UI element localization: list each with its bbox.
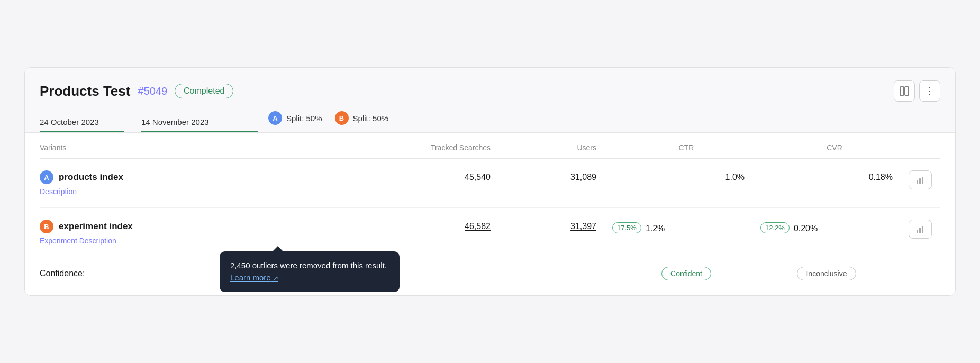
variant-b-badge: B <box>40 220 53 233</box>
external-link-icon: ↗ <box>273 275 278 282</box>
variant-a-cvr: 0.18% <box>760 170 909 182</box>
svg-rect-3 <box>919 178 921 184</box>
variant-b-ctr-val: 1.2% <box>646 222 665 233</box>
confidence-row: Confidence: Confident Inconclusive <box>40 257 940 283</box>
variant-b-chart-button[interactable] <box>909 220 932 239</box>
table-row: A products index Description 45,540 31,0… <box>40 159 940 208</box>
panel-icon <box>899 86 910 96</box>
variant-b-ctr-cell: 17.5% 1.2% <box>612 220 760 233</box>
variant-b-searches-val: 46,582 <box>465 222 491 231</box>
variant-b-name: experiment index <box>59 221 133 232</box>
confidence-ctr-cell: Confident <box>612 267 760 280</box>
date-start-underline <box>40 131 124 132</box>
variant-b-cvr-cell: 12.2% 0.20% <box>760 220 909 233</box>
split-a-label: Split: 50% <box>286 114 322 123</box>
variant-a-searches-val: 45,540 <box>465 173 491 182</box>
variant-b-cvr-val: 0.20% <box>794 222 818 233</box>
more-options-button[interactable]: ⋮ <box>919 80 940 102</box>
variant-a-name-row: A products index <box>40 170 390 184</box>
variant-a-badge: A <box>40 170 53 184</box>
variant-b-users: 31,397 <box>506 220 612 231</box>
col-users: Users <box>506 143 612 152</box>
more-icon: ⋮ <box>925 85 934 97</box>
svg-rect-4 <box>922 177 923 184</box>
confidence-cvr-cell: Inconclusive <box>760 267 909 280</box>
col-cvr[interactable]: CVR <box>760 143 909 152</box>
split-b: B Split: 50% <box>335 111 389 125</box>
variant-b-name-row: B experiment index <box>40 220 390 233</box>
col-ctr[interactable]: CTR <box>612 143 760 152</box>
split-b-label: Split: 50% <box>353 114 389 123</box>
variant-a-chart-col <box>909 170 940 189</box>
variant-a-name-col: A products index Description <box>40 170 390 196</box>
svg-rect-0 <box>900 87 904 95</box>
page-title: Products Test <box>40 83 130 99</box>
date-end: 14 November 2023 <box>141 117 209 131</box>
header-left: Products Test #5049 Completed <box>40 83 233 99</box>
variant-b-ctr-change: 17.5% <box>612 222 641 233</box>
variant-a-circle: A <box>268 111 282 125</box>
date-start: 24 October 2023 <box>40 117 99 131</box>
variant-b-cvr-change: 12.2% <box>760 222 790 233</box>
svg-rect-2 <box>917 180 918 184</box>
main-card: Products Test #5049 Completed ⋮ 2 <box>24 67 956 296</box>
variant-b-name-col: B experiment index Experiment Descriptio… <box>40 220 390 245</box>
svg-rect-1 <box>905 87 909 95</box>
variant-a-name: products index <box>59 172 123 183</box>
header-dates: 24 October 2023 14 November 2023 <box>40 117 258 132</box>
tooltip-text: 2,450 outliers were removed from this re… <box>230 261 387 270</box>
test-id: #5049 <box>138 85 167 97</box>
variant-a-users: 31,089 <box>506 170 612 182</box>
variant-b-desc: Experiment Description <box>40 237 390 245</box>
dates-row: 24 October 2023 14 November 2023 A Split… <box>40 111 940 132</box>
chart-bars-icon-b <box>915 224 925 234</box>
confidence-cvr-badge: Inconclusive <box>797 267 856 280</box>
status-badge: Completed <box>175 84 233 98</box>
tooltip-box: 2,450 outliers were removed from this re… <box>220 251 400 292</box>
variant-b-users-val: 31,397 <box>570 222 596 231</box>
svg-rect-5 <box>917 230 918 233</box>
col-tracked-searches[interactable]: Tracked Searches <box>390 143 506 152</box>
confidence-ctr-badge: Confident <box>661 267 711 280</box>
svg-rect-7 <box>922 226 923 233</box>
split-a: A Split: 50% <box>268 111 322 125</box>
header-top: Products Test #5049 Completed ⋮ <box>40 80 940 102</box>
variant-b-circle: B <box>335 111 349 125</box>
panel-toggle-button[interactable] <box>894 80 915 102</box>
date-start-item: 24 October 2023 <box>40 117 124 132</box>
table-section: Variants Tracked Searches Users CTR CVR … <box>25 133 955 295</box>
variant-b-searches: 46,582 <box>390 220 506 231</box>
variant-a-chart-button[interactable] <box>909 170 932 189</box>
variant-b-chart-col <box>909 220 940 239</box>
date-end-item: 14 November 2023 <box>141 117 258 132</box>
tooltip-container: 2,450 outliers were removed from this re… <box>220 251 400 292</box>
col-variants: Variants <box>40 143 390 152</box>
variant-a-searches: 45,540 <box>390 170 506 182</box>
header-actions: ⋮ <box>894 80 940 102</box>
col-chart <box>909 143 940 152</box>
tooltip-link-text: Learn more <box>230 273 271 282</box>
tooltip-learn-more-link[interactable]: Learn more ↗ <box>230 273 278 282</box>
svg-rect-6 <box>919 228 921 233</box>
card-header: Products Test #5049 Completed ⋮ 2 <box>25 68 955 133</box>
table-header: Variants Tracked Searches Users CTR CVR <box>40 133 940 159</box>
variant-a-ctr: 1.0% <box>612 170 760 182</box>
variant-a-desc: Description <box>40 187 390 196</box>
variant-a-users-val: 31,089 <box>570 173 596 182</box>
chart-bars-icon <box>915 175 925 185</box>
splits-container: A Split: 50% B Split: 50% <box>268 111 388 132</box>
date-end-underline <box>141 131 258 132</box>
table-row-b: B experiment index Experiment Descriptio… <box>40 208 940 257</box>
